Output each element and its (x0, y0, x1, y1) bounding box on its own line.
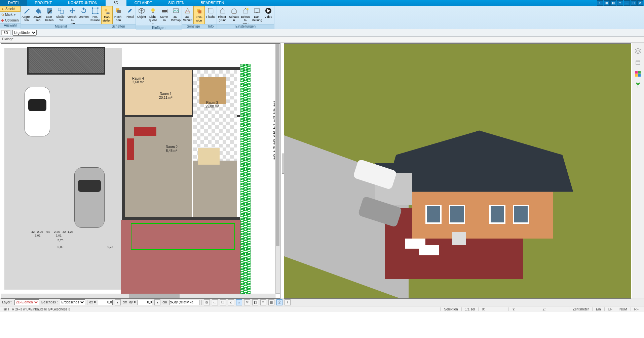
minimize-button[interactable]: — (624, 0, 630, 6)
beleuchtung-button[interactable]: Beleuch-tung (240, 6, 251, 24)
menu-gelaende[interactable]: GELÄNDE (126, 0, 160, 6)
tool2-button[interactable]: ◧ (610, 0, 616, 6)
ribbon-group-schatten: Dar-stellen Rech-nen Pinsel Schatten (101, 6, 136, 29)
3d-bitmap-button[interactable]: 3D-Bitmap (170, 6, 182, 26)
tool-grid[interactable]: ▦ (268, 299, 274, 305)
h-scroll-thumb[interactable] (129, 294, 180, 298)
layers-icon[interactable] (634, 47, 642, 55)
mark-button[interactable]: Mark. (0, 12, 21, 17)
dx-stepper[interactable]: ▴ (115, 299, 121, 305)
kamera-button[interactable]: Kame-ra (159, 6, 170, 26)
svg-rect-25 (256, 12, 258, 13)
table-2 (198, 148, 220, 165)
tool-clock[interactable]: ◷ (204, 299, 210, 305)
tool-screen[interactable]: ▭ (212, 299, 218, 305)
menu-bearbeiten[interactable]: BEARBEITEN (193, 0, 232, 6)
floor-plan-view[interactable]: Raum 42,68 m² Raum 120,11 m² Raum 325,00… (1, 43, 280, 299)
menu-3d[interactable]: 3D (106, 0, 126, 6)
darstellen-button[interactable]: Dar-stellen (101, 6, 113, 24)
calc-shadow-icon (115, 7, 122, 14)
svg-point-8 (92, 13, 93, 14)
rechnen-button[interactable]: Rech-nen (113, 6, 124, 24)
zuweisen-button[interactable]: Zuwei-sen (32, 6, 44, 24)
cube-icon (138, 7, 145, 14)
pinsel-button[interactable]: Pinsel (124, 6, 136, 24)
dim-123b: 1,23 (107, 245, 113, 249)
ribbon-group-auswahl: Selekt Mark. Optionen Auswahl (0, 6, 21, 29)
hintergrund-label: Hinter-grund (217, 15, 228, 23)
hin-punkte-button[interactable]: Hin.Punkte (89, 6, 101, 24)
svg-point-7 (97, 7, 99, 9)
h-scrollbar[interactable] (1, 294, 275, 298)
licht-button[interactable]: Licht-quelle▾ (147, 6, 159, 26)
maximize-button[interactable]: □ (631, 0, 637, 6)
svg-point-22 (232, 13, 236, 14)
furniture-icon[interactable] (634, 59, 642, 66)
flaeche-button[interactable]: Fläche (205, 6, 217, 24)
style-button[interactable]: ✦ (597, 0, 603, 6)
bearbeiten-label: Bear-beiten (44, 15, 55, 23)
bearbeiten-button[interactable]: Bear-beiten (44, 6, 55, 24)
abgreifen-button[interactable]: Abgrei-fen (21, 6, 32, 24)
dim-row-1: 42 2,26 64 2,26 42 1,23 (31, 230, 73, 234)
darstellung-button[interactable]: Dar-stellung (251, 6, 263, 24)
kollision-button[interactable]: Kolli-sion (193, 6, 205, 24)
cm-label-2: cm (162, 300, 167, 304)
hintergrund-button[interactable]: Hinter-grund (217, 6, 228, 24)
tool-lines[interactable]: ≡ (260, 299, 266, 305)
menu-datei[interactable]: DATEI (0, 0, 27, 6)
skalieren-button[interactable]: Skalie-ren (55, 6, 67, 24)
tool-stack[interactable]: ❐ (220, 299, 226, 305)
eyedropper-icon (23, 7, 30, 14)
tool-layers[interactable]: ≋ (244, 299, 250, 305)
light-icon (149, 7, 157, 14)
menu-sichten[interactable]: SICHTEN (160, 0, 192, 6)
3d-schnitt-button[interactable]: 3D-Schnitt (182, 6, 193, 24)
marker-icon (1, 13, 4, 16)
menu-projekt[interactable]: PROJEKT (27, 0, 60, 6)
tool-cube[interactable]: ◧ (252, 299, 258, 305)
tool1-button[interactable]: ▦ (604, 0, 610, 6)
darstellen-label: Dar-stellen (102, 15, 112, 23)
house-roof (385, 130, 573, 192)
video-button[interactable]: Video (263, 6, 274, 24)
schatten-settings-button[interactable]: Schatten (228, 6, 240, 24)
materials-icon[interactable] (634, 70, 642, 78)
terrain-select[interactable]: Urgelände (12, 30, 37, 36)
help-button[interactable]: ? (617, 0, 623, 6)
optionen-button[interactable]: Optionen (0, 17, 21, 23)
view-tab-3d[interactable]: 3D (1, 30, 10, 35)
side-panel (632, 43, 644, 298)
svg-rect-24 (254, 9, 260, 12)
display-icon (253, 7, 261, 14)
tool-n[interactable]: Ⓝ (276, 299, 282, 305)
dy-input[interactable] (138, 300, 152, 305)
selekt-button[interactable]: Selekt (0, 6, 21, 12)
tool-snap[interactable]: ⌂ (236, 299, 242, 305)
verschieben-button[interactable]: Verschie-ben (67, 6, 78, 24)
geschoss-select[interactable]: Erdgeschos (60, 299, 85, 305)
area-icon (207, 7, 215, 14)
layer-select[interactable]: 2D-Elemen (14, 299, 39, 305)
garage-outline (27, 47, 105, 75)
floor-plan-house: Raum 42,68 m² Raum 120,11 m² Raum 325,00… (122, 50, 270, 292)
dx-input[interactable] (98, 300, 113, 305)
plants-icon[interactable] (634, 82, 642, 89)
sun-shadow-icon (103, 7, 111, 15)
tool-i[interactable]: i (285, 299, 291, 305)
v-scroll-thumb[interactable] (276, 44, 279, 246)
pinsel-label: Pinsel (124, 15, 136, 23)
skalieren-label: Skalie-ren (55, 15, 67, 23)
v-scrollbar[interactable] (275, 44, 280, 294)
close-button[interactable]: ✕ (637, 0, 643, 6)
dy-stepper[interactable]: ▴ (154, 299, 160, 305)
tool-angle[interactable]: ∠ (228, 299, 234, 305)
objekt-button[interactable]: Objekt (136, 6, 147, 26)
ribbon-group-einfuegen: Objekt Licht-quelle▾ Kame-ra 3D-Bitmap E… (136, 6, 182, 29)
menu-konstruktion[interactable]: KONSTRUKTION (60, 0, 105, 6)
3d-view[interactable] (284, 43, 631, 299)
drehen-button[interactable]: Drehen (78, 6, 89, 24)
svg-rect-20 (198, 10, 201, 13)
selection-rectangle[interactable] (131, 223, 235, 250)
driveway-area (4, 48, 122, 290)
